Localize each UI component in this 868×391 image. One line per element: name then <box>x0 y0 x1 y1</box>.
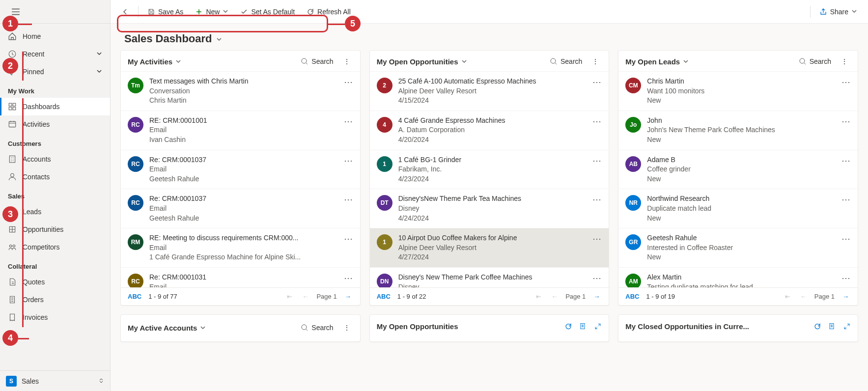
row-more-button[interactable]: ⋯ <box>592 77 602 87</box>
card-more-button[interactable]: ⋮ <box>340 56 353 67</box>
next-page-button[interactable]: → <box>591 292 602 301</box>
card-search[interactable]: Search <box>547 56 585 67</box>
list-item[interactable]: Jo John John's New Theme Park Coffee Mac… <box>618 111 858 150</box>
nav-recent[interactable]: Recent <box>0 45 110 63</box>
back-button[interactable] <box>116 5 134 19</box>
page-title-dropdown[interactable]: Sales Dashboard <box>124 32 854 45</box>
save-as-button[interactable]: Save As <box>142 5 188 19</box>
nav-competitors[interactable]: Competitors <box>0 238 110 256</box>
list-item[interactable]: GR Geetesh Rahule Interested in Coffee R… <box>618 228 858 267</box>
refresh-icon[interactable] <box>813 322 821 331</box>
list-item[interactable]: RC RE: CRM:0001001 Email Ivan Cashin ⋯ <box>121 111 360 150</box>
row-title: 10 Airpot Duo Coffee Makers for Alpine <box>398 233 602 243</box>
nav-contacts[interactable]: Contacts <box>0 168 110 186</box>
card-search[interactable]: Search <box>298 56 336 67</box>
card-search[interactable]: Search <box>796 56 834 67</box>
abc-filter[interactable]: ABC <box>625 293 639 300</box>
row-more-button[interactable]: ⋯ <box>344 77 353 87</box>
nav-orders[interactable]: Orders <box>0 291 110 308</box>
refresh-icon[interactable] <box>564 322 572 331</box>
list-item[interactable]: 1 10 Airpot Duo Coffee Makers for Alpine… <box>370 228 609 267</box>
row-more-button[interactable]: ⋯ <box>592 233 602 244</box>
nav-opportunities[interactable]: Opportunities <box>0 221 110 238</box>
row-more-button[interactable]: ⋯ <box>344 155 353 166</box>
list-item[interactable]: DN Disney's New Theme Park Coffee Machin… <box>370 267 609 287</box>
card-title-dropdown[interactable]: My Active Accounts <box>128 324 206 332</box>
list-item[interactable]: AB Adame B Coffee grinder New ⋯ <box>618 150 858 189</box>
nav-accounts-label: Accounts <box>23 155 51 163</box>
abc-filter[interactable]: ABC <box>128 293 141 300</box>
card-title: My Open Opportunities <box>377 322 458 331</box>
card-more-button[interactable]: ⋮ <box>589 56 602 67</box>
nav-accounts[interactable]: Accounts <box>0 150 110 168</box>
records-icon[interactable] <box>579 322 587 331</box>
share-button[interactable]: Share <box>814 5 862 19</box>
list-item[interactable]: 4 4 Café Grande Espresso Machines A. Dat… <box>370 111 609 150</box>
prev-page-button[interactable]: ← <box>798 292 809 301</box>
row-sub2: Geetesh Rahule <box>149 214 353 223</box>
avatar: NR <box>625 195 641 211</box>
new-button[interactable]: New <box>190 5 233 19</box>
refresh-all-button[interactable]: Refresh All <box>302 5 356 19</box>
card-list[interactable]: CM Chris Martin Want 100 monitors New ⋯ … <box>618 71 858 287</box>
first-page-button[interactable]: ⇤ <box>285 292 294 301</box>
abc-filter[interactable]: ABC <box>377 293 391 300</box>
search-label: Search <box>810 57 831 65</box>
list-item[interactable]: AM Alex Martin Testing duplicate matchin… <box>618 267 858 287</box>
row-more-button[interactable]: ⋯ <box>592 194 602 205</box>
row-more-button[interactable]: ⋯ <box>344 273 353 283</box>
nav-dashboards-label: Dashboards <box>23 103 60 111</box>
row-more-button[interactable]: ⋯ <box>841 155 851 166</box>
list-item[interactable]: RC Re: CRM:0001037 Email Geetesh Rahule … <box>121 189 360 228</box>
nav-home[interactable]: Home <box>0 28 110 45</box>
row-more-button[interactable]: ⋯ <box>344 116 353 127</box>
building-icon <box>8 155 17 164</box>
row-more-button[interactable]: ⋯ <box>841 233 851 244</box>
records-icon[interactable] <box>828 322 836 331</box>
nav-quotes[interactable]: Quotes <box>0 273 110 291</box>
card-title-dropdown[interactable]: My Open Leads <box>625 57 689 66</box>
save-as-label: Save As <box>158 8 183 16</box>
first-page-button[interactable]: ⇤ <box>783 292 792 301</box>
list-item[interactable]: 2 25 Café A-100 Automatic Espresso Machi… <box>370 71 609 111</box>
list-item[interactable]: Tm Text messages with Chris Martin Conve… <box>121 71 360 111</box>
row-more-button[interactable]: ⋯ <box>592 273 602 283</box>
next-page-button[interactable]: → <box>343 292 353 301</box>
card-more-button[interactable]: ⋮ <box>838 56 851 67</box>
card-title-dropdown[interactable]: My Open Opportunities <box>377 57 467 66</box>
row-more-button[interactable]: ⋯ <box>841 77 851 87</box>
prev-page-button[interactable]: ← <box>549 292 560 301</box>
row-more-button[interactable]: ⋯ <box>592 116 602 127</box>
page-indicator: Page 1 <box>814 293 835 300</box>
row-more-button[interactable]: ⋯ <box>344 233 353 244</box>
card-more-button[interactable]: ⋮ <box>340 322 353 334</box>
card-title-dropdown[interactable]: My Activities <box>128 57 181 66</box>
area-switcher[interactable]: S Sales <box>0 370 110 391</box>
card-search[interactable]: Search <box>298 322 336 334</box>
nav-invoices[interactable]: Invoices <box>0 308 110 326</box>
list-item[interactable]: RC Re: CRM:0001031 Email Devansh Choure … <box>121 267 360 287</box>
next-page-button[interactable]: → <box>840 292 851 301</box>
card-list[interactable]: 2 25 Café A-100 Automatic Espresso Machi… <box>370 71 609 287</box>
set-default-button[interactable]: Set As Default <box>235 5 300 19</box>
expand-icon[interactable] <box>843 322 851 331</box>
prev-page-button[interactable]: ← <box>300 292 310 301</box>
list-item[interactable]: RM RE: Meeting to discuss requirements C… <box>121 228 360 267</box>
first-page-button[interactable]: ⇤ <box>534 292 543 301</box>
row-more-button[interactable]: ⋯ <box>841 194 851 205</box>
row-more-button[interactable]: ⋯ <box>841 116 851 127</box>
list-item[interactable]: 1 1 Café BG-1 Grinder Fabrikam, Inc. 4/2… <box>370 150 609 189</box>
card-list[interactable]: Tm Text messages with Chris Martin Conve… <box>121 71 360 287</box>
row-more-button[interactable]: ⋯ <box>344 194 353 205</box>
list-item[interactable]: DT Disney'sNew Theme Park Tea Machines D… <box>370 189 609 228</box>
expand-icon[interactable] <box>594 322 602 331</box>
row-more-button[interactable]: ⋯ <box>841 273 851 283</box>
list-item[interactable]: RC Re: CRM:0001037 Email Geetesh Rahule … <box>121 150 360 189</box>
list-item[interactable]: CM Chris Martin Want 100 monitors New ⋯ <box>618 71 858 111</box>
row-more-button[interactable]: ⋯ <box>592 155 602 166</box>
nav-dashboards[interactable]: Dashboards <box>0 98 110 115</box>
row-sub1: Email <box>149 165 353 174</box>
main-area: Save As New Set As Default Refresh All S… <box>111 0 868 391</box>
list-item[interactable]: NR Northwind Research Duplicate match le… <box>618 189 858 228</box>
nav-activities[interactable]: Activities <box>0 115 110 133</box>
